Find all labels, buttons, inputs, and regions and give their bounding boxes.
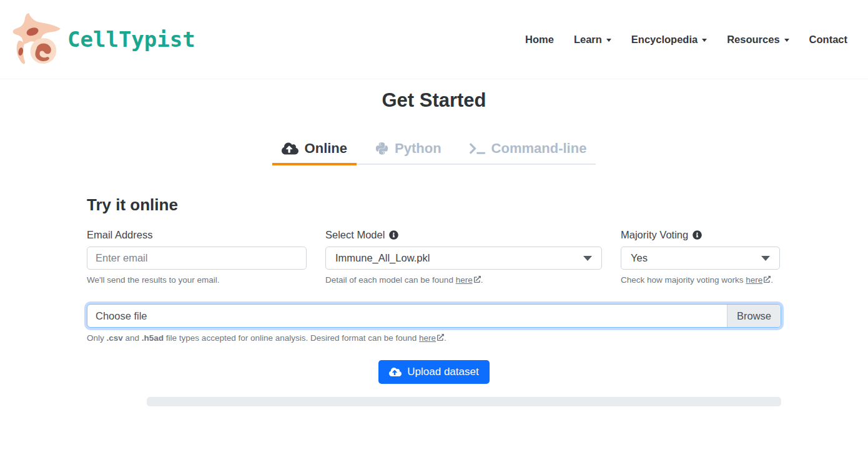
select-caret-icon (761, 256, 770, 261)
email-help-text: We'll send the results to your email. (87, 275, 307, 286)
nav-label: Encyclopedia (631, 34, 698, 46)
voting-help-text: Check how majority voting works here. (621, 275, 780, 286)
python-icon (375, 142, 388, 155)
page-title: Get Started (87, 89, 781, 112)
info-icon[interactable] (389, 230, 398, 240)
voting-help-link[interactable]: here (746, 275, 762, 285)
try-online-section: Try it online Email Address We'll send t… (87, 195, 781, 406)
model-select[interactable]: Immune_All_Low.pkl (325, 247, 602, 270)
info-icon[interactable] (693, 230, 702, 240)
email-field[interactable] (87, 247, 307, 270)
browse-button[interactable]: Browse (727, 305, 781, 327)
external-link-icon (473, 275, 481, 285)
voting-label: Majority Voting (621, 229, 780, 241)
email-column: Email Address We'll send the results to … (87, 229, 307, 286)
tab-command-line[interactable]: Command-line (460, 140, 596, 164)
section-title: Try it online (87, 195, 781, 215)
tab-label: Python (395, 140, 441, 157)
voting-column: Majority Voting Yes Check how majority v… (621, 229, 780, 286)
voting-select-value: Yes (631, 252, 648, 264)
brand-logo[interactable]: CellTypist (10, 7, 195, 71)
cloud-upload-icon (389, 367, 402, 377)
nav-item-learn[interactable]: Learn (574, 34, 611, 46)
brand-name: CellTypist (67, 27, 195, 52)
select-caret-icon (583, 256, 592, 261)
nav-menu: Home Learn Encyclopedia Resources Contac… (525, 34, 847, 46)
nav-label: Learn (574, 34, 602, 46)
nav-item-resources[interactable]: Resources (727, 34, 789, 46)
celltypist-cell-icon (10, 7, 66, 71)
file-help-text: Only .csv and .h5ad file types accepted … (87, 333, 781, 344)
model-column: Select Model Immune_All_Low.pkl Detail o… (325, 229, 602, 286)
tab-label: Command-line (491, 140, 587, 157)
nav-item-contact[interactable]: Contact (809, 34, 847, 46)
cloud-upload-icon (282, 142, 298, 155)
file-row: Choose file Browse Only .csv and .h5ad f… (87, 304, 781, 344)
nav-label: Resources (727, 34, 779, 46)
tab-python[interactable]: Python (366, 140, 451, 164)
external-link-icon (436, 333, 444, 343)
external-link-icon (762, 275, 771, 285)
model-label: Select Model (325, 229, 602, 241)
main-content: Get Started Online Python Command-line T… (87, 89, 781, 406)
file-input[interactable]: Choose file Browse (87, 304, 781, 328)
terminal-icon (470, 142, 485, 155)
nav-item-home[interactable]: Home (525, 34, 554, 46)
navbar: CellTypist Home Learn Encyclopedia Resou… (0, 0, 868, 79)
model-help-text: Detail of each model can be found here. (325, 275, 602, 286)
nav-label: Contact (809, 34, 847, 46)
nav-label: Home (525, 34, 554, 46)
tab-bar: Online Python Command-line (87, 140, 781, 165)
model-help-link[interactable]: here (456, 275, 473, 285)
chevron-down-icon (784, 39, 789, 42)
voting-select[interactable]: Yes (621, 247, 780, 270)
upload-button-row: Upload dataset (87, 360, 781, 384)
upload-progress-bar (147, 397, 781, 406)
nav-item-encyclopedia[interactable]: Encyclopedia (631, 34, 707, 46)
upload-button-label: Upload dataset (407, 366, 478, 378)
tab-label: Online (305, 140, 347, 157)
file-input-value: Choose file (87, 305, 727, 327)
model-select-value: Immune_All_Low.pkl (335, 252, 430, 264)
file-help-link[interactable]: here (419, 333, 436, 343)
form-row: Email Address We'll send the results to … (87, 229, 781, 286)
chevron-down-icon (606, 39, 611, 42)
tab-online[interactable]: Online (272, 140, 357, 164)
file-type-h5ad: .h5ad (142, 333, 164, 343)
upload-dataset-button[interactable]: Upload dataset (378, 360, 489, 384)
chevron-down-icon (702, 39, 707, 42)
file-type-csv: .csv (107, 333, 123, 343)
email-label: Email Address (87, 229, 307, 241)
